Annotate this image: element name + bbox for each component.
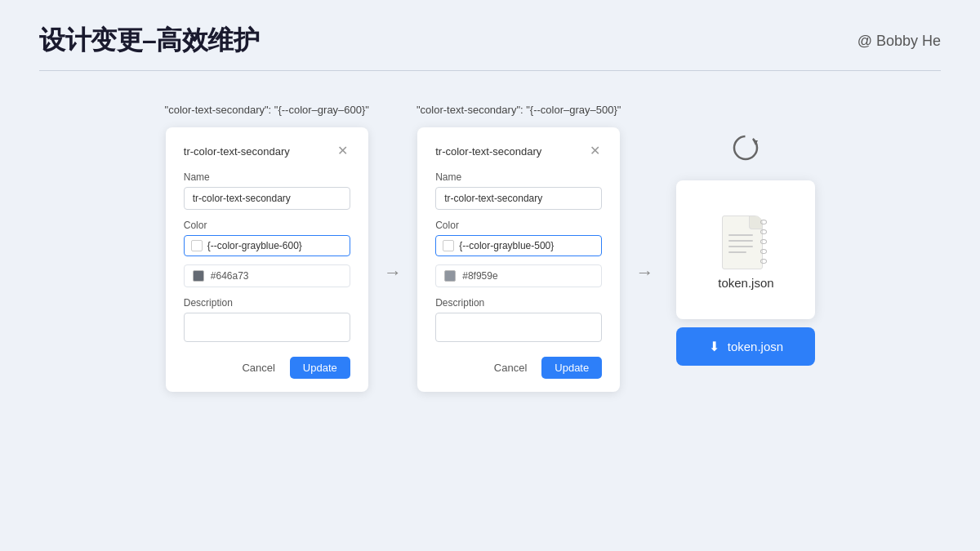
before-desc-input[interactable] [184,313,350,342]
file-line-3 [728,246,753,247]
refresh-icon [730,132,761,163]
file-spiral [760,220,767,264]
before-panel-group: "color-text-secondary": "{--color–gray–6… [165,104,369,392]
arrow-2: → [635,262,653,283]
before-name-input[interactable] [184,187,350,210]
after-card-header: tr-color-text-secondary ✕ [435,144,602,158]
after-color-row: #8f959e [435,264,602,287]
before-color-input-wrapper: {--color-grayblue-600} [184,235,350,256]
before-color-label: Color [184,220,350,231]
after-card-title: tr-color-text-secondary [435,145,541,158]
after-cancel-button[interactable]: Cancel [488,358,533,378]
before-color-swatch-input [191,240,203,251]
page: 设计变更–高效维护 @ Bobby He "color-text-seconda… [0,0,980,551]
file-icon [722,211,769,269]
after-color-label: Color [435,220,602,231]
after-color-swatch [444,270,456,282]
before-color-value: {--color-grayblue-600} [207,240,302,251]
after-desc-label: Description [435,297,602,309]
before-card: tr-color-text-secondary ✕ Name Color {--… [166,127,368,392]
spiral-2 [760,229,767,234]
after-card: tr-color-text-secondary ✕ Name Color {--… [417,127,620,392]
file-line-2 [728,240,753,242]
token-download-label: token.josn [728,340,783,353]
after-name-input[interactable] [435,187,602,210]
token-download-button[interactable]: ⬇ token.josn [676,327,815,366]
header-divider [39,70,941,71]
after-update-button[interactable]: Update [541,357,602,379]
token-file-card: token.json [676,180,815,319]
main-content: "color-text-secondary": "{--color–gray–6… [39,104,941,392]
page-title: 设计变更–高效维护 [39,23,259,59]
after-desc-input[interactable] [435,313,602,342]
before-color-hex: #646a73 [211,270,249,282]
spiral-3 [760,239,767,244]
before-card-title: tr-color-text-secondary [184,145,290,158]
file-body [722,216,763,269]
spiral-5 [760,259,767,264]
file-line-1 [728,234,753,236]
before-cancel-button[interactable]: Cancel [235,358,281,378]
before-panel-label: "color-text-secondary": "{--color–gray–6… [165,104,369,116]
after-close-button[interactable]: ✕ [587,144,602,158]
spiral-4 [760,249,767,254]
svg-point-0 [734,136,757,159]
after-color-input-wrapper: {--color-grayblue-500} [435,235,602,256]
spiral-1 [760,220,767,224]
token-file-label: token.json [718,276,773,290]
after-color-hex: #8f959e [462,270,497,282]
arrow-1: → [384,262,402,283]
before-name-label: Name [184,171,350,183]
before-color-row: #646a73 [184,264,350,287]
after-color-swatch-input [443,240,454,251]
header: 设计变更–高效维护 @ Bobby He [39,23,941,59]
token-section: token.json ⬇ token.josn [676,130,815,366]
file-lines [728,234,753,253]
after-color-value: {--color-grayblue-500} [459,240,554,251]
before-color-swatch [193,270,204,282]
before-desc-label: Description [184,297,350,309]
after-panel-label: "color-text-secondary": "{--color–gray–5… [416,104,621,116]
refresh-icon-wrapper [728,130,764,166]
download-icon: ⬇ [709,339,719,354]
after-name-label: Name [435,171,602,183]
after-panel-group: "color-text-secondary": "{--color–gray–5… [416,104,621,392]
before-close-button[interactable]: ✕ [336,144,350,158]
before-card-header: tr-color-text-secondary ✕ [184,144,350,158]
file-line-4 [728,251,746,253]
user-label: @ Bobby He [858,33,941,50]
after-card-actions: Cancel Update [435,357,602,379]
before-update-button[interactable]: Update [290,357,350,379]
before-card-actions: Cancel Update [184,357,350,379]
